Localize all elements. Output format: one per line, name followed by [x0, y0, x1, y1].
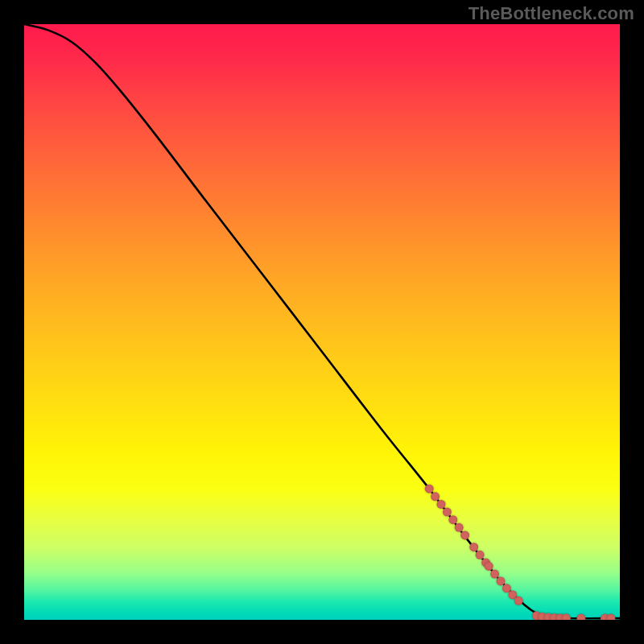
curve-svg — [24, 24, 620, 620]
data-marker — [460, 530, 469, 539]
data-marker — [576, 613, 585, 620]
data-marker — [606, 614, 615, 620]
watermark-text: TheBottleneck.com — [469, 3, 634, 24]
chart-frame: TheBottleneck.com — [0, 0, 644, 644]
data-marker — [562, 613, 571, 620]
plot-area — [24, 24, 620, 620]
data-marker — [514, 597, 523, 605]
data-markers — [425, 485, 616, 620]
bottleneck-curve — [24, 24, 620, 618]
